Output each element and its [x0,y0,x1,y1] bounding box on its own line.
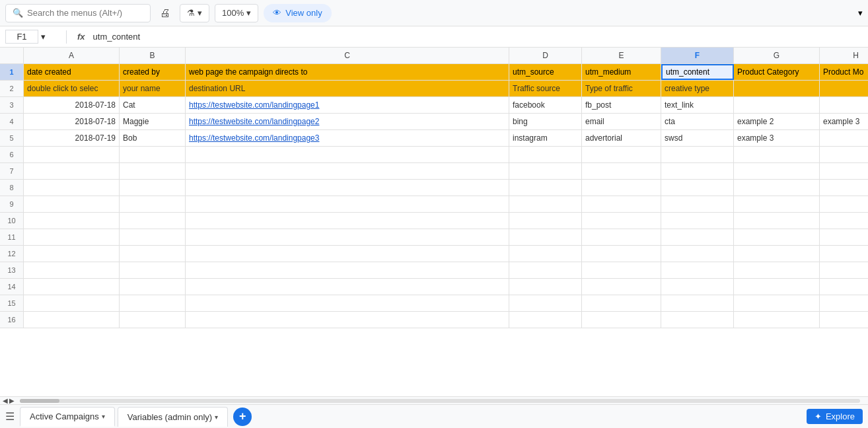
cell-e12[interactable] [582,246,661,262]
scrollbar-thumb[interactable] [20,399,59,403]
cell-e13[interactable] [582,262,661,278]
cell-d9[interactable] [509,196,582,212]
cell-a3[interactable]: 2018-07-18 [24,97,120,113]
cell-d1[interactable]: utm_source [509,64,582,80]
cell-f13[interactable] [661,262,734,278]
cell-b4[interactable]: Maggie [120,114,186,129]
cell-a10[interactable] [24,213,120,229]
cell-b1[interactable]: created by [120,64,186,80]
cell-c4[interactable]: https://testwebsite.com/landingpage2 [186,114,509,129]
cell-e11[interactable] [582,229,661,245]
cell-e1[interactable]: utm_medium [582,64,661,80]
cell-b3[interactable]: Cat [120,97,186,113]
cell-h16[interactable] [820,312,868,328]
cell-d3[interactable]: facebook [509,97,582,113]
row-num-4[interactable]: 4 [0,114,24,129]
cell-a8[interactable] [24,180,120,196]
row-num-8[interactable]: 8 [0,180,24,196]
search-box[interactable]: 🔍 [5,4,151,22]
cell-g6[interactable] [734,147,820,162]
scrollbar-track[interactable] [20,399,860,403]
cell-f4[interactable]: cta [661,114,734,129]
cell-c5[interactable]: https://testwebsite.com/landingpage3 [186,130,509,146]
cell-f8[interactable] [661,180,734,196]
cell-ref-box[interactable]: F1 [5,30,38,44]
scroll-right-icon[interactable]: ▶ [9,397,15,404]
cell-f9[interactable] [661,196,734,212]
cell-g4[interactable]: example 2 [734,114,820,129]
cell-a1[interactable]: date created [24,64,120,80]
col-header-f[interactable]: F [661,48,734,63]
cell-e8[interactable] [582,180,661,196]
cell-b11[interactable] [120,229,186,245]
cell-d13[interactable] [509,262,582,278]
cell-a5[interactable]: 2018-07-19 [24,130,120,146]
cell-f12[interactable] [661,246,734,262]
cell-f10[interactable] [661,213,734,229]
scroll-left-icon[interactable]: ◀ [3,397,8,404]
explore-button[interactable]: ✦ Explore [807,409,863,424]
cell-h7[interactable] [820,163,868,179]
cell-b8[interactable] [120,180,186,196]
hamburger-icon[interactable]: ☰ [5,410,15,423]
cell-g14[interactable] [734,279,820,295]
cell-f11[interactable] [661,229,734,245]
cell-f14[interactable] [661,279,734,295]
cell-g13[interactable] [734,262,820,278]
row-num-9[interactable]: 9 [0,196,24,212]
cell-b10[interactable] [120,213,186,229]
row-num-7[interactable]: 7 [0,163,24,179]
cell-f2[interactable]: creative type [661,81,734,96]
cell-h13[interactable] [820,262,868,278]
cell-b15[interactable] [120,295,186,311]
cell-d2[interactable]: Traffic source [509,81,582,96]
cell-f6[interactable] [661,147,734,162]
cell-e4[interactable]: email [582,114,661,129]
cell-d5[interactable]: instagram [509,130,582,146]
cell-h8[interactable] [820,180,868,196]
cell-b2[interactable]: your name [120,81,186,96]
row-num-14[interactable]: 14 [0,279,24,295]
col-header-a[interactable]: A [24,48,120,63]
cell-c7[interactable] [186,163,509,179]
cell-h12[interactable] [820,246,868,262]
cell-a11[interactable] [24,229,120,245]
row-num-6[interactable]: 6 [0,147,24,162]
cell-h5[interactable] [820,130,868,146]
cell-b14[interactable] [120,279,186,295]
cell-e10[interactable] [582,213,661,229]
cell-b16[interactable] [120,312,186,328]
col-header-d[interactable]: D [509,48,582,63]
sheet-tab-chevron-2[interactable]: ▾ [215,413,218,421]
cell-f3[interactable]: text_link [661,97,734,113]
row-num-5[interactable]: 5 [0,130,24,146]
cell-a16[interactable] [24,312,120,328]
row-num-15[interactable]: 15 [0,295,24,311]
cell-g3[interactable] [734,97,820,113]
cell-c9[interactable] [186,196,509,212]
cell-a12[interactable] [24,246,120,262]
cell-c11[interactable] [186,229,509,245]
row-num-13[interactable]: 13 [0,262,24,278]
cell-g7[interactable] [734,163,820,179]
cell-a15[interactable] [24,295,120,311]
cell-c6[interactable] [186,147,509,162]
cell-e3[interactable]: fb_post [582,97,661,113]
cell-c14[interactable] [186,279,509,295]
cell-b6[interactable] [120,147,186,162]
cell-d12[interactable] [509,246,582,262]
filter-button[interactable]: ⚗ ▾ [180,4,209,22]
cell-d4[interactable]: bing [509,114,582,129]
cell-c15[interactable] [186,295,509,311]
cell-e16[interactable] [582,312,661,328]
print-icon[interactable]: 🖨 [156,4,174,22]
cell-a2[interactable]: double click to selec [24,81,120,96]
row-num-12[interactable]: 12 [0,246,24,262]
add-sheet-button[interactable]: + [233,408,252,426]
cell-g5[interactable]: example 3 [734,130,820,146]
cell-f1[interactable]: utm_content [661,64,734,80]
cell-e7[interactable] [582,163,661,179]
row-num-16[interactable]: 16 [0,312,24,328]
cell-d16[interactable] [509,312,582,328]
cell-f15[interactable] [661,295,734,311]
